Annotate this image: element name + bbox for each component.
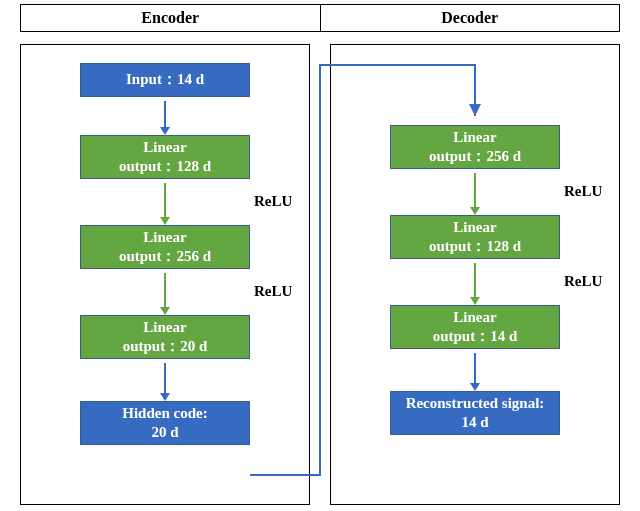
enc-l2-name: Linear [143, 228, 186, 248]
dec-l2-name: Linear [453, 218, 496, 238]
dec-relu-1: ReLU [564, 183, 602, 200]
encoder-panel: Input：14 d Linear output：128 d ReLU Line… [20, 44, 310, 505]
arrow-dec-2: ReLU [474, 263, 476, 305]
enc-l1-name: Linear [143, 138, 186, 158]
hidden-code-block: Hidden code: 20 d [80, 401, 250, 445]
enc-linear-3: Linear output：20 d [80, 315, 250, 359]
input-block: Input：14 d [80, 63, 250, 97]
hidden-label-a: Hidden code: [122, 404, 207, 424]
decoder-panel: Linear output：256 d ReLU Linear output：1… [330, 44, 620, 505]
dec-l1-name: Linear [453, 128, 496, 148]
header-row: Encoder Decoder [20, 4, 620, 32]
hidden-label-b: 20 d [151, 423, 178, 443]
dec-l3-name: Linear [453, 308, 496, 328]
reconstructed-block: Reconstructed signal: 14 d [390, 391, 560, 435]
dec-linear-3: Linear output：14 d [390, 305, 560, 349]
arrow-enc-2: ReLU [164, 183, 166, 225]
dec-linear-1: Linear output：256 d [390, 125, 560, 169]
enc-l2-out: output：256 d [119, 247, 211, 267]
dec-linear-2: Linear output：128 d [390, 215, 560, 259]
enc-linear-1: Linear output：128 d [80, 135, 250, 179]
dec-relu-2: ReLU [564, 273, 602, 290]
enc-relu-2: ReLU [254, 283, 292, 300]
enc-relu-1: ReLU [254, 193, 292, 210]
arrow-dec-3 [474, 353, 476, 391]
dec-l2-out: output：128 d [429, 237, 521, 257]
arrow-enc-4 [164, 363, 166, 401]
enc-l3-out: output：20 d [123, 337, 208, 357]
input-label: Input：14 d [126, 70, 204, 90]
recon-label-a: Reconstructed signal: [406, 394, 545, 414]
dec-l1-out: output：256 d [429, 147, 521, 167]
enc-l1-out: output：128 d [119, 157, 211, 177]
dec-l3-out: output：14 d [433, 327, 518, 347]
arrow-enc-3: ReLU [164, 273, 166, 315]
enc-linear-2: Linear output：256 d [80, 225, 250, 269]
recon-label-b: 14 d [461, 413, 488, 433]
arrow-dec-1: ReLU [474, 173, 476, 215]
arrow-enc-1 [164, 101, 166, 135]
header-decoder: Decoder [321, 5, 620, 31]
header-encoder: Encoder [21, 5, 321, 31]
enc-l3-name: Linear [143, 318, 186, 338]
